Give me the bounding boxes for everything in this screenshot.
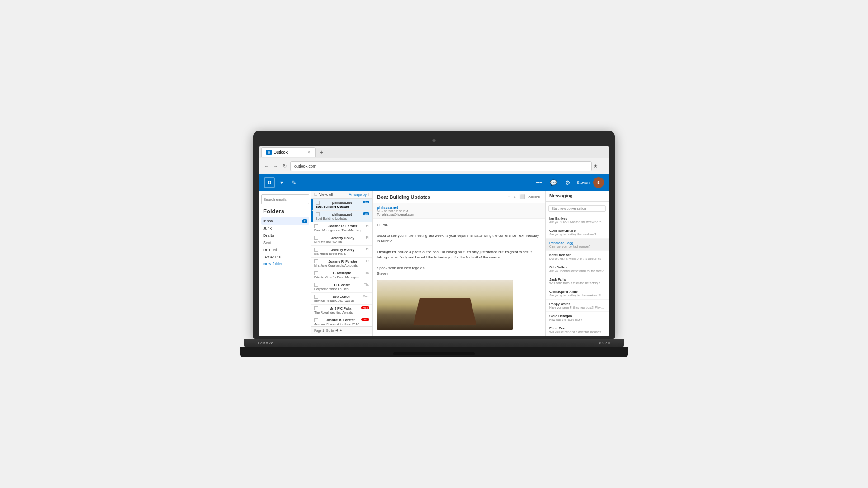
browser-tab-bar: O Outlook ✕ +	[259, 146, 609, 158]
forward-btn[interactable]: ↓	[513, 193, 517, 200]
messaging-search-input[interactable]	[548, 205, 606, 212]
contact-penelope-legg[interactable]: Penelope Legg Can I get your contact num…	[546, 239, 609, 251]
folder-item-junk[interactable]: Junk	[261, 225, 309, 232]
inbox-badge: 2	[302, 219, 307, 223]
email-para1: Good to see you in the meeting last week…	[377, 233, 541, 244]
email-list-scroll[interactable]: philsusa.net 1w Boat Building Updates ph…	[311, 199, 372, 326]
contact-ian-bankes[interactable]: Ian Bankes Are you sure? I was this the …	[546, 214, 609, 226]
star-btn[interactable]: ★	[594, 164, 598, 169]
messaging-search-area	[546, 202, 609, 214]
laptop-bottom	[240, 347, 628, 357]
email-checkbox[interactable]	[314, 259, 318, 263]
contact-preview: Are you going sailing for the weekend?!	[549, 294, 605, 297]
more-options-btn[interactable]: •••	[533, 177, 544, 188]
outlook-app: O ▾ ✎ ••• 💬 ⚙ Steven S 🔍	[259, 174, 609, 336]
email-checkbox[interactable]	[316, 201, 320, 205]
view-all-btn[interactable]: ☐ View: All	[314, 192, 333, 197]
email-checkbox[interactable]	[314, 295, 318, 299]
outlook-main: 🔍 Folders Inbox 2 Junk Drafts	[259, 191, 609, 336]
user-avatar[interactable]: S	[593, 177, 604, 188]
outlook-nav-chevron[interactable]: ▾	[278, 178, 285, 187]
folder-label-pop: POP 116	[265, 255, 281, 259]
next-page-btn[interactable]: ▶	[340, 328, 342, 332]
browser-chrome: ← → ↻ outlook.com ★ ⋯	[259, 158, 609, 174]
email-item[interactable]: Joanne R. Forster Fri Mrs.Jane Copeland'…	[311, 258, 372, 269]
email-item[interactable]: Jeremy Holley Fri Minutes 06/01/2016	[311, 234, 372, 246]
chat-btn[interactable]: 💬	[548, 177, 559, 188]
email-checkbox[interactable]	[314, 283, 318, 287]
search-input[interactable]	[264, 197, 311, 202]
prev-page-btn[interactable]: ◀	[335, 328, 338, 332]
contact-name: Penelope Legg	[549, 241, 605, 245]
contact-jack-falla[interactable]: Jack Falla Well done to your team for th…	[546, 275, 609, 287]
refresh-btn[interactable]: ↻	[281, 163, 288, 170]
arrange-by-btn[interactable]: Arrange by	[349, 192, 367, 197]
email-item[interactable]: C. McIntyre Thu Private View for Fund Ma…	[311, 269, 372, 281]
folder-label-inbox: Inbox	[263, 219, 273, 223]
reply-btn[interactable]: ↑	[507, 193, 511, 200]
contact-poppy-wafer[interactable]: Poppy Wafer Have you seen Philip's new b…	[546, 300, 609, 312]
folder-item-inbox[interactable]: Inbox 2	[261, 217, 309, 225]
email-checkbox[interactable]	[314, 271, 318, 275]
email-item[interactable]: Joanne R. Forster Wed Account Forecast f…	[311, 316, 372, 326]
contact-kate-brennan[interactable]: Kate Brennan Did you visit any this one …	[546, 251, 609, 263]
email-checkbox[interactable]	[314, 318, 318, 322]
tab-close-btn[interactable]: ✕	[307, 150, 311, 155]
email-checkbox[interactable]	[314, 224, 318, 228]
email-checkbox[interactable]	[314, 306, 318, 310]
contact-sielo-octogan[interactable]: Sielo Octogan How was the races race?	[546, 312, 609, 324]
email-item[interactable]: Seb Cotton Wed Environmental Corp. Award…	[311, 293, 372, 305]
email-item[interactable]: philsusa.net 1w Boat Building Updates	[311, 199, 372, 211]
email-item[interactable]: Joanne R. Forster Fri Fund Management Tu…	[311, 222, 372, 234]
email-search-bar[interactable]: 🔍	[261, 194, 309, 204]
messaging-more-btn[interactable]: ...	[601, 194, 605, 198]
contact-name: Christopher Amie	[549, 290, 605, 294]
email-detail-body: Hi Phil, Good to see you in the meeting …	[373, 219, 545, 336]
compose-btn[interactable]: ✎	[288, 177, 299, 188]
contact-christopher-amie[interactable]: Christopher Amie Are you going sailing f…	[546, 287, 609, 300]
address-bar[interactable]: outlook.com	[290, 161, 592, 171]
scroll-up-btn[interactable]: ↑	[368, 192, 369, 197]
contact-preview: Will you be bringing a diver for Japona'…	[549, 330, 605, 333]
email-detail-actions: ↑ ↓ ⬜ Actions	[507, 193, 541, 200]
email-item[interactable]: Mr J F C Falla Wed The Royal Yachting Aw…	[311, 305, 372, 316]
contact-preview: Have you seen Philip's new boat?! Phwoar…	[549, 306, 605, 309]
email-checkbox[interactable]	[314, 236, 318, 240]
view-label[interactable]: View: All	[319, 192, 333, 197]
laptop-vent	[393, 352, 475, 355]
folder-new-btn[interactable]: New folder	[261, 261, 309, 267]
forward-btn[interactable]: →	[272, 163, 279, 170]
expand-btn[interactable]: ⬜	[519, 193, 526, 200]
email-date: May 09 2016,2:30 PM	[377, 210, 541, 213]
email-item[interactable]: F.H. Wafer Thu Corporate Video Launch	[311, 281, 372, 293]
email-item[interactable]: philsusa.net 1w Boat Building Updates	[311, 211, 372, 222]
settings-btn[interactable]: ⚙	[562, 177, 573, 188]
contact-seb-cotton[interactable]: Seb Cotton Are you looking pretty windy …	[546, 263, 609, 275]
browser-tab-outlook[interactable]: O Outlook ✕	[261, 147, 316, 157]
folder-item-deleted[interactable]: Deleted	[261, 246, 309, 253]
browser-actions: ★ ⋯	[594, 164, 605, 169]
contact-name: Seb Cotton	[549, 265, 605, 269]
folder-item-pop[interactable]: POP 116	[261, 253, 309, 261]
email-list-footer: Page 1 Go to ◀ ▶	[311, 326, 372, 334]
contact-preview: Well done to your team for the victory o…	[549, 282, 605, 285]
new-tab-btn[interactable]: +	[317, 148, 326, 156]
laptop-screen-shell: O Outlook ✕ + ← → ↻ outlook.com ★ ⋯	[253, 131, 615, 339]
email-checkbox[interactable]	[316, 212, 320, 216]
back-btn[interactable]: ←	[263, 163, 270, 170]
contact-name: Peter Gee	[549, 326, 605, 330]
actions-btn[interactable]: Actions	[528, 194, 541, 200]
folder-item-sent[interactable]: Sent	[261, 239, 309, 246]
contact-peter-gee[interactable]: Peter Gee Will you be bringing a diver f…	[546, 324, 609, 336]
more-btn[interactable]: ⋯	[600, 164, 605, 169]
outlook-logo: O	[264, 177, 275, 188]
contact-name: Poppy Wafer	[549, 302, 605, 306]
checkbox-all[interactable]: ☐	[314, 192, 317, 197]
email-item[interactable]: Jeremy Holley Fri Marketing Event Plans	[311, 246, 372, 258]
email-checkbox[interactable]	[314, 248, 318, 252]
contact-collina-mcintyre[interactable]: Collina McIntyre Are you going sailing t…	[546, 226, 609, 239]
folder-item-drafts[interactable]: Drafts	[261, 232, 309, 239]
folder-label-junk: Junk	[263, 226, 272, 230]
contact-preview: Can I get your contact number?	[549, 245, 605, 248]
username-label: Steven	[577, 180, 590, 185]
